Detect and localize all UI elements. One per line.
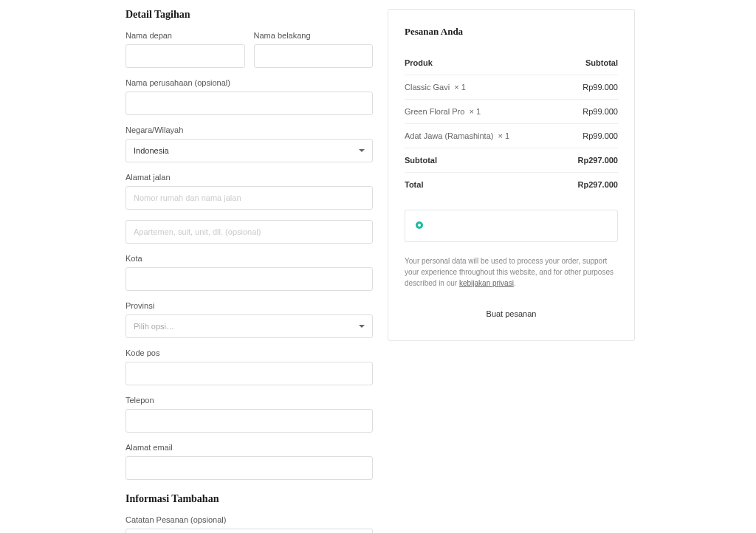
order-item-name: Green Floral Pro × 1 xyxy=(405,100,559,124)
order-summary-box: Pesanan Anda Produk Subtotal Classic Gav… xyxy=(388,9,635,341)
phone-input[interactable] xyxy=(126,409,373,433)
postcode-label: Kode pos xyxy=(126,348,373,357)
order-item-price: Rp99.000 xyxy=(559,124,618,148)
subtotal-label: Subtotal xyxy=(405,148,559,173)
additional-title: Informasi Tambahan xyxy=(126,493,373,505)
province-placeholder: Pilih opsi… xyxy=(134,322,174,331)
address1-input[interactable] xyxy=(126,186,373,210)
last-name-input[interactable] xyxy=(254,44,374,68)
order-item-name: Adat Jawa (Ramashinta) × 1 xyxy=(405,124,559,148)
address-label: Alamat jalan xyxy=(126,173,373,182)
privacy-policy-link[interactable]: kebijakan privasi xyxy=(459,279,514,287)
order-table: Produk Subtotal Classic Gavi × 1Rp99.000… xyxy=(405,51,618,196)
header-subtotal: Subtotal xyxy=(559,51,618,75)
payment-method-box xyxy=(405,210,618,242)
last-name-label: Nama belakang xyxy=(254,31,374,40)
email-input[interactable] xyxy=(126,456,373,480)
country-label: Negara/Wilayah xyxy=(126,125,373,134)
order-item-row: Adat Jawa (Ramashinta) × 1Rp99.000 xyxy=(405,124,618,148)
country-value: Indonesia xyxy=(134,146,169,155)
total-label: Total xyxy=(405,173,559,197)
first-name-label: Nama depan xyxy=(126,31,245,40)
order-item-row: Green Floral Pro × 1Rp99.000 xyxy=(405,100,618,124)
privacy-text: Your personal data will be used to proce… xyxy=(405,255,618,289)
header-product: Produk xyxy=(405,51,559,75)
chevron-down-icon xyxy=(359,325,365,328)
order-title: Pesanan Anda xyxy=(405,26,618,38)
province-select[interactable]: Pilih opsi… xyxy=(126,314,373,338)
total-value: Rp297.000 xyxy=(559,173,618,197)
city-input[interactable] xyxy=(126,267,373,291)
province-label: Provinsi xyxy=(126,301,373,310)
place-order-button[interactable]: Buat pesanan xyxy=(475,303,549,324)
phone-label: Telepon xyxy=(126,396,373,405)
company-input[interactable] xyxy=(126,92,373,115)
city-label: Kota xyxy=(126,254,373,263)
order-item-qty: × 1 xyxy=(469,107,481,116)
first-name-input[interactable] xyxy=(126,44,245,68)
order-item-row: Classic Gavi × 1Rp99.000 xyxy=(405,75,618,100)
notes-label: Catatan Pesanan (opsional) xyxy=(126,515,373,524)
billing-title: Detail Tagihan xyxy=(126,9,373,21)
postcode-input[interactable] xyxy=(126,362,373,385)
order-item-name: Classic Gavi × 1 xyxy=(405,75,559,100)
country-select[interactable]: Indonesia xyxy=(126,139,373,162)
payment-radio-icon[interactable] xyxy=(416,221,423,229)
address2-input[interactable] xyxy=(126,220,373,244)
chevron-down-icon xyxy=(359,149,365,152)
email-label: Alamat email xyxy=(126,443,373,452)
notes-textarea[interactable] xyxy=(126,529,373,533)
order-item-price: Rp99.000 xyxy=(559,75,618,100)
order-item-qty: × 1 xyxy=(454,83,466,92)
subtotal-value: Rp297.000 xyxy=(559,148,618,173)
company-label: Nama perusahaan (opsional) xyxy=(126,78,373,87)
order-item-qty: × 1 xyxy=(498,131,510,140)
order-item-price: Rp99.000 xyxy=(559,100,618,124)
